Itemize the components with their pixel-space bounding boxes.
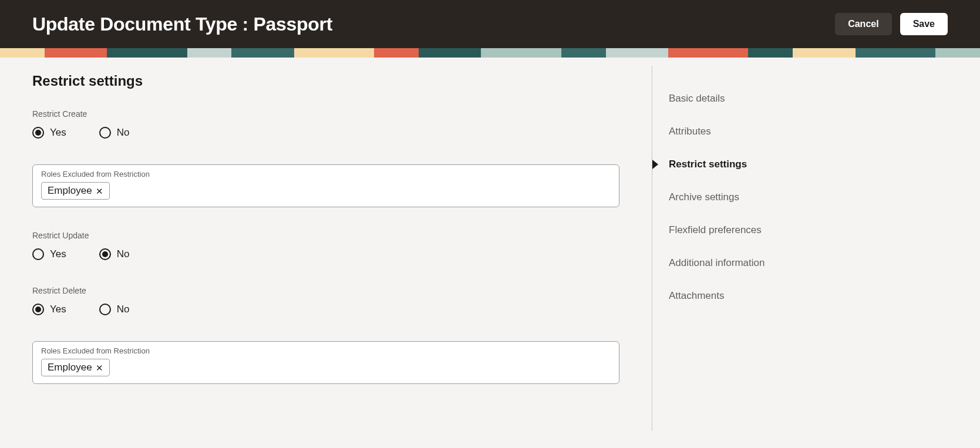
main-panel: Restrict settings Restrict Create Yes No… [0, 58, 652, 431]
restrict-create-no[interactable]: No [99, 127, 130, 139]
nav-item-attachments[interactable]: Attachments [669, 279, 898, 312]
chip-label: Employee [48, 185, 92, 197]
radio-icon [32, 248, 44, 260]
nav-item-restrict-settings[interactable]: Restrict settings [669, 148, 898, 181]
nav-item-additional-information[interactable]: Additional information [669, 247, 898, 279]
decorative-banner [0, 48, 980, 58]
chip-row: Employee✕ [41, 182, 611, 200]
restrict-update-label: Restrict Update [32, 231, 619, 240]
nav-item-attributes[interactable]: Attributes [669, 115, 898, 148]
role-chip: Employee✕ [41, 359, 110, 376]
restrict-update-no[interactable]: No [99, 248, 130, 260]
radio-label: No [117, 248, 130, 260]
radio-label: No [117, 304, 130, 315]
restrict-create-yes[interactable]: Yes [32, 127, 66, 139]
radio-icon [99, 304, 111, 315]
restrict-delete-group: Restrict Delete Yes No [32, 286, 619, 315]
restrict-delete-roles-input[interactable]: Roles Excluded from Restriction Employee… [32, 341, 619, 384]
chip-label: Employee [48, 362, 92, 373]
radio-icon [99, 127, 111, 139]
page-header: Update Document Type : Passport Cancel S… [0, 0, 980, 48]
restrict-update-radios: Yes No [32, 248, 619, 260]
radio-label: Yes [50, 127, 66, 139]
radio-label: Yes [50, 248, 66, 260]
radio-icon [99, 248, 111, 260]
page-title: Update Document Type : Passport [32, 14, 332, 35]
restrict-update-yes[interactable]: Yes [32, 248, 66, 260]
header-actions: Cancel Save [835, 13, 948, 35]
radio-icon [32, 304, 44, 315]
chip-remove-icon[interactable]: ✕ [96, 363, 103, 372]
nav-item-archive-settings[interactable]: Archive settings [669, 181, 898, 214]
restrict-create-label: Restrict Create [32, 109, 619, 119]
radio-icon [32, 127, 44, 139]
section-nav: Basic detailsAttributesRestrict settings… [652, 66, 898, 431]
restrict-create-group: Restrict Create Yes No [32, 109, 619, 139]
restrict-delete-radios: Yes No [32, 304, 619, 315]
nav-item-basic-details[interactable]: Basic details [669, 82, 898, 115]
restrict-delete-no[interactable]: No [99, 304, 130, 315]
roles-excluded-label: Roles Excluded from Restriction [41, 346, 611, 355]
cancel-button[interactable]: Cancel [835, 13, 891, 35]
restrict-delete-label: Restrict Delete [32, 286, 619, 295]
radio-label: No [117, 127, 130, 139]
roles-excluded-label: Roles Excluded from Restriction [41, 170, 611, 178]
restrict-create-roles-input[interactable]: Roles Excluded from Restriction Employee… [32, 164, 619, 207]
chip-remove-icon[interactable]: ✕ [96, 187, 103, 196]
save-button[interactable]: Save [900, 13, 948, 35]
role-chip: Employee✕ [41, 182, 110, 200]
restrict-update-group: Restrict Update Yes No [32, 231, 619, 260]
restrict-create-radios: Yes No [32, 127, 619, 139]
restrict-delete-yes[interactable]: Yes [32, 304, 66, 315]
chip-row: Employee✕ [41, 359, 611, 376]
nav-item-flexfield-preferences[interactable]: Flexfield preferences [669, 214, 898, 247]
section-title: Restrict settings [32, 73, 619, 89]
radio-label: Yes [50, 304, 66, 315]
content-area: Restrict settings Restrict Create Yes No… [0, 58, 980, 431]
